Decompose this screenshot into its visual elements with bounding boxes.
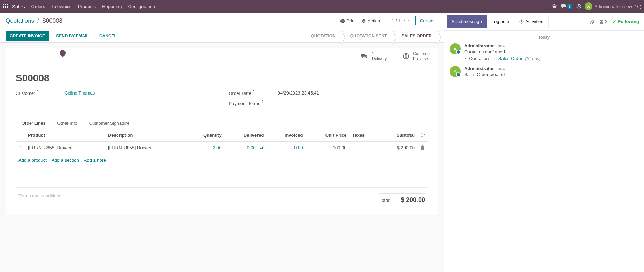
message-tracking: Quotation → Sales Order (Status): [464, 56, 638, 61]
tabs: Order Lines Other Info Customer Signatur…: [16, 118, 428, 129]
chatter-message: A Administrator - now Sales Order create…: [450, 66, 638, 77]
col-subtotal[interactable]: Subtotal: [379, 129, 417, 142]
svg-rect-7: [5, 7, 6, 8]
user-name[interactable]: Administrator (new_16): [595, 4, 641, 9]
status-step-sales-order[interactable]: SALES ORDER: [393, 31, 438, 41]
chatter: Send message Log note Activities 2 ✓ Fol…: [444, 13, 644, 272]
add-note-link[interactable]: Add a note: [84, 158, 106, 163]
line-quantity[interactable]: 2.00: [213, 145, 222, 150]
col-product[interactable]: Product: [25, 129, 105, 142]
tab-customer-signature[interactable]: Customer Signature: [83, 118, 136, 129]
create-invoice-button[interactable]: CREATE INVOICE: [6, 31, 49, 41]
pager: 1 / 1 ‹ ›: [392, 18, 410, 24]
top-nav-bar: Sales Orders To Invoice Products Reporti…: [0, 0, 644, 13]
drag-handle-icon[interactable]: ⇅: [18, 145, 22, 150]
customer-preview-button-box[interactable]: Customer Preview: [396, 48, 438, 64]
chatter-date-group: Today: [450, 35, 638, 40]
col-description[interactable]: Description: [105, 129, 185, 142]
order-date-value[interactable]: 04/29/2023 23:45:41: [278, 90, 319, 96]
col-taxes[interactable]: Taxes: [349, 129, 379, 142]
totals: Total: $ 200.00: [380, 193, 425, 204]
message-time: - now: [495, 66, 505, 71]
svg-rect-5: [7, 6, 8, 7]
pager-next[interactable]: ›: [408, 18, 410, 24]
tab-order-lines[interactable]: Order Lines: [16, 118, 51, 129]
form-sheet: 1 Delivery Customer Preview: [6, 48, 438, 215]
col-invoiced[interactable]: Invoiced: [267, 129, 306, 142]
svg-rect-2: [7, 4, 8, 5]
add-product-link[interactable]: Add a product: [18, 158, 47, 163]
customer-value[interactable]: Celine Thomas: [64, 90, 95, 96]
line-description[interactable]: [FURN_8855] Drawer: [105, 141, 185, 154]
following-button[interactable]: ✓ Following: [612, 19, 639, 24]
svg-rect-8: [7, 7, 8, 8]
message-avatar[interactable]: A: [450, 43, 461, 54]
status-step-quotation[interactable]: QUOTATION: [303, 31, 342, 41]
control-panel: Quotations / S00008 Print Action 1 / 1 ‹…: [0, 13, 444, 29]
svg-rect-1: [5, 4, 6, 5]
breadcrumb-current: S00008: [42, 17, 62, 24]
terms-input[interactable]: Terms and conditions...: [18, 193, 65, 198]
col-options-icon[interactable]: [417, 129, 428, 142]
message-text: Quotation confirmed: [464, 49, 638, 54]
create-button[interactable]: Create: [415, 16, 438, 25]
svg-rect-0: [3, 4, 4, 5]
breadcrumb: Quotations / S00008: [6, 17, 62, 24]
print-button[interactable]: Print: [340, 18, 356, 23]
line-taxes[interactable]: [349, 141, 379, 154]
followers-count[interactable]: 2: [599, 19, 607, 24]
line-actions: Add a product Add a section Add a note: [16, 154, 428, 166]
document-title: S00008: [16, 73, 428, 84]
delete-line-icon[interactable]: [417, 141, 428, 154]
svg-rect-6: [3, 7, 4, 8]
debug-icon[interactable]: [552, 4, 557, 9]
globe-icon: [402, 53, 409, 60]
log-note-button[interactable]: Log note: [487, 15, 515, 28]
menu-reporting[interactable]: Reporting: [102, 4, 122, 9]
menu-products[interactable]: Products: [78, 4, 96, 9]
menu-configuration[interactable]: Configuration: [128, 4, 155, 9]
message-author[interactable]: Administrator: [464, 66, 494, 71]
menu-to-invoice[interactable]: To Invoice: [51, 4, 72, 9]
chatter-message: A Administrator - now Quotation confirme…: [450, 43, 638, 61]
pager-prev[interactable]: ‹: [403, 18, 405, 24]
svg-rect-4: [5, 6, 6, 7]
line-product[interactable]: [FURN_8855] Drawer: [25, 141, 105, 154]
line-unit-price[interactable]: 100.00: [306, 141, 349, 154]
menu-orders[interactable]: Orders: [31, 4, 45, 9]
attachment-icon[interactable]: [590, 19, 595, 24]
payment-terms-label: Payment Terms ?: [229, 100, 278, 106]
order-lines-table: Product Description Quantity Delivered I…: [16, 129, 428, 154]
breadcrumb-parent[interactable]: Quotations: [6, 17, 34, 24]
col-quantity[interactable]: Quantity: [185, 129, 224, 142]
cancel-button[interactable]: CANCEL: [95, 31, 121, 41]
delivery-button-box[interactable]: 1 Delivery: [354, 48, 396, 64]
user-avatar[interactable]: A: [585, 2, 592, 10]
send-by-email-button[interactable]: SEND BY EMAIL: [52, 31, 93, 41]
table-row[interactable]: ⇅ [FURN_8855] Drawer [FURN_8855] Drawer …: [16, 141, 428, 154]
activities-button[interactable]: Activities: [514, 15, 548, 28]
add-section-link[interactable]: Add a section: [52, 158, 79, 163]
apps-icon[interactable]: [3, 3, 8, 9]
messaging-icon[interactable]: 1: [561, 4, 572, 9]
svg-rect-3: [3, 6, 4, 7]
action-button[interactable]: Action: [361, 18, 380, 23]
send-message-button[interactable]: Send message: [447, 15, 487, 28]
message-text: Sales Order created: [464, 72, 638, 77]
col-delivered[interactable]: Delivered: [224, 129, 267, 142]
line-delivered[interactable]: 0.00: [247, 145, 255, 150]
line-subtotal: $ 200.00: [379, 141, 417, 154]
status-step-quotation-sent[interactable]: QUOTATION SENT: [342, 31, 393, 41]
activities-icon[interactable]: [576, 4, 581, 9]
tab-other-info[interactable]: Other Info: [51, 118, 83, 129]
message-avatar[interactable]: A: [450, 66, 461, 77]
chatter-header: Send message Log note Activities 2 ✓ Fol…: [444, 13, 644, 31]
line-invoiced[interactable]: 0.00: [294, 145, 303, 150]
status-bar: CREATE INVOICE SEND BY EMAIL CANCEL QUOT…: [0, 29, 444, 43]
customer-label: Customer ?: [16, 90, 64, 96]
chart-icon[interactable]: [259, 146, 264, 150]
col-unit-price[interactable]: Unit Price: [306, 129, 349, 142]
message-author[interactable]: Administrator: [464, 43, 494, 48]
total-amount: $ 200.00: [401, 196, 425, 204]
app-name[interactable]: Sales: [12, 3, 25, 9]
